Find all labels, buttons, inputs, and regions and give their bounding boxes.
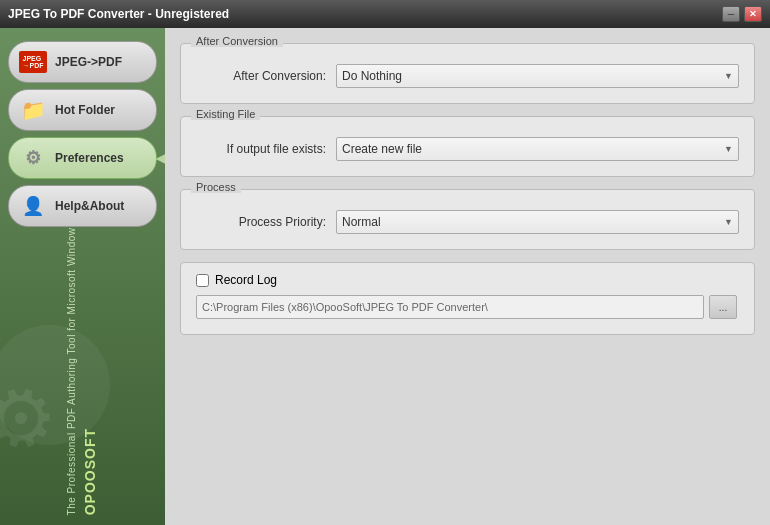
main-layout: JPEG→PDF JPEG->PDF 📁 Hot Folder ⚙ Prefer… — [0, 28, 770, 525]
after-conversion-label: After Conversion: — [196, 69, 326, 83]
sidebar-tagline: The Professional PDF Authoring Tool for … — [66, 222, 78, 515]
sidebar-brand: OPOOSOFT — [82, 428, 99, 515]
record-log-path-input[interactable] — [196, 295, 704, 319]
process-section: Process Process Priority: Normal High Lo… — [180, 189, 755, 250]
existing-file-select[interactable]: Create new file Overwrite Skip — [336, 137, 739, 161]
record-log-section: Record Log ... — [180, 262, 755, 335]
process-title: Process — [191, 181, 241, 193]
process-label: Process Priority: — [196, 215, 326, 229]
sidebar-item-help-about[interactable]: 👤 Help&About — [8, 185, 157, 227]
sidebar-item-jpeg-pdf[interactable]: JPEG→PDF JPEG->PDF — [8, 41, 157, 83]
sidebar-item-preferences[interactable]: ⚙ Preferences — [8, 137, 157, 179]
record-log-checkbox-row: Record Log — [196, 273, 739, 287]
after-conversion-title: After Conversion — [191, 35, 283, 47]
window-controls: ─ ✕ — [722, 6, 762, 22]
existing-file-select-wrapper: Create new file Overwrite Skip — [336, 137, 739, 161]
gear-icon: ⚙ — [19, 144, 47, 172]
close-button[interactable]: ✕ — [744, 6, 762, 22]
sidebar-label-help-about: Help&About — [55, 199, 124, 213]
sidebar-label-jpeg-pdf: JPEG->PDF — [55, 55, 122, 69]
window-title: JPEG To PDF Converter - Unregistered — [8, 7, 229, 21]
jpeg-pdf-icon: JPEG→PDF — [19, 48, 47, 76]
sidebar-label-preferences: Preferences — [55, 151, 124, 165]
sidebar-brand-block: The Professional PDF Authoring Tool for … — [0, 355, 165, 515]
record-log-checkbox[interactable] — [196, 274, 209, 287]
after-conversion-section: After Conversion After Conversion: Do No… — [180, 43, 755, 104]
minimize-button[interactable]: ─ — [722, 6, 740, 22]
process-row: Process Priority: Normal High Low Idle — [196, 205, 739, 234]
browse-button[interactable]: ... — [709, 295, 737, 319]
after-conversion-row: After Conversion: Do Nothing Open File O… — [196, 59, 739, 88]
folder-icon: 📁 — [19, 96, 47, 124]
sidebar-item-hot-folder[interactable]: 📁 Hot Folder — [8, 89, 157, 131]
record-log-label[interactable]: Record Log — [215, 273, 277, 287]
record-log-path-row: ... — [196, 295, 739, 319]
existing-file-row: If output file exists: Create new file O… — [196, 132, 739, 161]
process-select[interactable]: Normal High Low Idle — [336, 210, 739, 234]
existing-file-title: Existing File — [191, 108, 260, 120]
content-area: After Conversion After Conversion: Do No… — [165, 28, 770, 525]
sidebar-label-hot-folder: Hot Folder — [55, 103, 115, 117]
after-conversion-select-wrapper: Do Nothing Open File Open Folder — [336, 64, 739, 88]
title-bar: JPEG To PDF Converter - Unregistered ─ ✕ — [0, 0, 770, 28]
existing-file-section: Existing File If output file exists: Cre… — [180, 116, 755, 177]
help-icon: 👤 — [19, 192, 47, 220]
after-conversion-select[interactable]: Do Nothing Open File Open Folder — [336, 64, 739, 88]
sidebar: JPEG→PDF JPEG->PDF 📁 Hot Folder ⚙ Prefer… — [0, 28, 165, 525]
process-select-wrapper: Normal High Low Idle — [336, 210, 739, 234]
existing-file-label: If output file exists: — [196, 142, 326, 156]
